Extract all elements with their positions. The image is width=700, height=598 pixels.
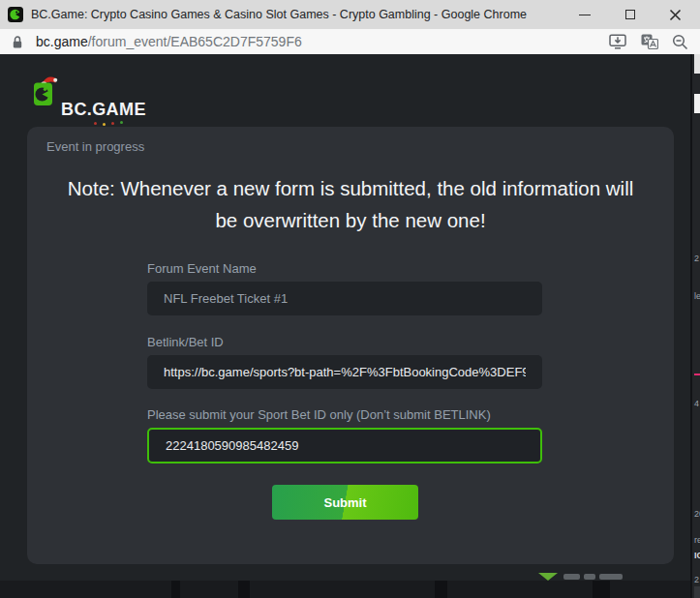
submit-button[interactable]: Submit	[272, 485, 418, 520]
right-edge-sliver: 2 le 4 20 re IC 2	[690, 54, 700, 598]
close-icon	[669, 9, 682, 21]
address-bar[interactable]: bc.game/forum_event/EAB65C2D7F5759F6	[0, 29, 700, 54]
sliver-text-fragment: le	[694, 291, 700, 301]
download-button[interactable]	[608, 34, 627, 49]
url-text[interactable]: bc.game/forum_event/EAB65C2D7F5759F6	[36, 34, 302, 49]
sport-bet-id-input[interactable]	[147, 428, 542, 463]
translate-icon	[641, 34, 658, 49]
bcgame-favicon-icon	[8, 7, 23, 22]
sliver-light-block	[694, 54, 700, 74]
bcgame-logo-text: BC.GAME	[61, 100, 146, 120]
betlink-bet-id-label: Betlink/Bet ID	[147, 335, 224, 349]
close-button[interactable]	[653, 0, 698, 29]
zoom-out-button[interactable]	[672, 34, 688, 50]
sliver-text-fragment: 2	[694, 575, 699, 584]
lock-icon[interactable]	[12, 35, 23, 49]
sliver-text-fragment: 4	[694, 399, 699, 408]
url-path: /forum_event/EAB65C2D7F5759F6	[88, 34, 302, 49]
address-bar-actions	[608, 34, 688, 50]
window-titlebar[interactable]: BC.Game: Crypto Casino Games & Casino Sl…	[0, 0, 700, 29]
note-heading: Note: Whenever a new form is submitted, …	[60, 172, 641, 236]
window-title: BC.Game: Crypto Casino Games & Casino Sl…	[31, 8, 527, 21]
browser-window: BC.Game: Crypto Casino Games & Casino Sl…	[0, 0, 700, 598]
magnifier-minus-icon	[672, 34, 688, 50]
download-icon	[608, 34, 627, 49]
bcgame-logo[interactable]: BC.GAME	[29, 74, 174, 124]
sliver-scrollbar-thumb	[694, 94, 700, 113]
logo-ornament-dot	[103, 123, 106, 126]
sliver-text-fragment: 20	[694, 509, 700, 519]
url-domain: bc.game	[36, 34, 88, 49]
sliver-text-fragment: 2	[694, 254, 699, 263]
forum-event-name-label: Forum Event Name	[147, 261, 257, 276]
fold-divider	[593, 581, 610, 598]
page-content: BC.GAME Event in progress Note: Whenever…	[0, 54, 700, 598]
fold-divider	[238, 581, 250, 598]
forum-event-name-input[interactable]	[147, 282, 542, 315]
sliver-text-fragment: re	[694, 535, 700, 545]
chevron-down-icon	[538, 573, 558, 581]
minimize-button[interactable]	[562, 0, 607, 29]
bcgame-logo-icon	[29, 74, 58, 110]
partial-footer-text	[563, 574, 580, 580]
minimize-icon	[579, 15, 591, 15]
fold-divider	[171, 581, 180, 598]
partial-footer-text	[599, 574, 623, 580]
logo-ornament-dot	[120, 121, 123, 124]
sport-bet-id-label: Please submit your Sport Bet ID only (Do…	[147, 407, 491, 422]
fold-divider	[435, 581, 447, 598]
sliver-text-fragment: IC	[694, 551, 700, 560]
sliver-pink-line	[694, 374, 700, 375]
logo-ornament-dot	[111, 122, 114, 125]
sliver-bottom-block	[694, 586, 700, 598]
maximize-icon	[625, 10, 635, 19]
below-fold-section	[0, 581, 700, 598]
partial-footer-text	[584, 574, 595, 580]
maximize-button[interactable]	[607, 0, 653, 29]
betlink-bet-id-input[interactable]	[147, 355, 542, 389]
event-form-card: Event in progress Note: Whenever a new f…	[27, 127, 674, 564]
window-controls	[562, 0, 698, 29]
logo-ornament-dot	[94, 122, 97, 125]
event-status-label: Event in progress	[46, 139, 144, 154]
translate-button[interactable]	[641, 34, 658, 49]
